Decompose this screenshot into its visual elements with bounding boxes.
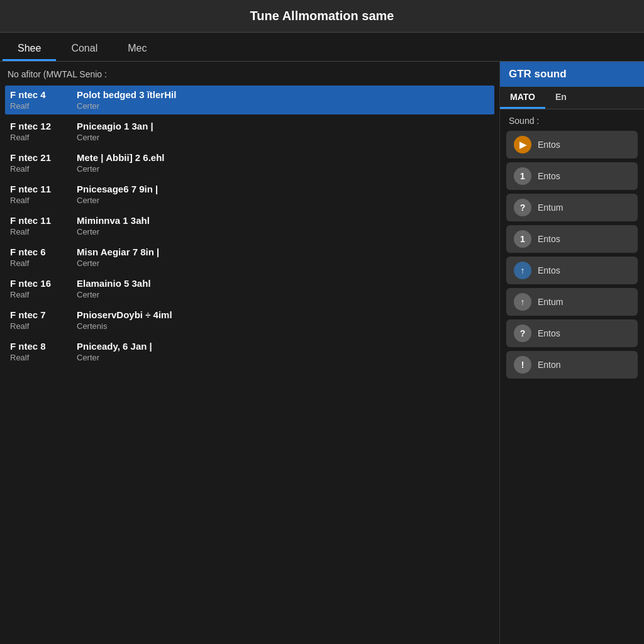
sound-label: Sound :	[500, 109, 644, 131]
item-sub-left: Realf	[10, 353, 67, 362]
item-title: Misn Aegiar 7 8in |	[77, 247, 159, 257]
item-sub-right: Certer	[77, 164, 99, 174]
list-item[interactable]: F ntec 11 Miminnva 1 3ahl Realf Certer	[5, 211, 494, 240]
sound-btn-label: Entos	[538, 328, 560, 338]
right-panel-tabs: MATO En	[500, 87, 644, 109]
list-item[interactable]: F ntec 12 Pniceagio 1 3an | Realf Certer	[5, 117, 494, 146]
tab-conal[interactable]: Conal	[56, 38, 113, 61]
sound-icon: 1	[514, 167, 531, 185]
item-sub-left: Realf	[10, 133, 67, 142]
item-title: Pniceady, 6 Jan |	[77, 341, 152, 352]
sound-icon: ?	[514, 325, 531, 342]
section-label: No afitor (MWTAL Senio :	[5, 69, 494, 79]
list-container: F ntec 4 Polot bedged 3 ĭtlerHil Realf C…	[5, 86, 494, 366]
item-id: F ntec 11	[10, 215, 67, 226]
sound-icon: ↑	[514, 262, 531, 279]
app-title: Tune Allmomation same	[0, 0, 644, 33]
sound-button[interactable]: ↑ Entos	[506, 257, 638, 284]
right-panel-title: GTR sound	[500, 62, 644, 87]
sound-icon: ↑	[514, 293, 531, 311]
item-sub-right: Certer	[77, 101, 99, 111]
tab-mec[interactable]: Mec	[113, 38, 162, 61]
item-title: Elamainio 5 3ahl	[77, 278, 151, 289]
sound-button[interactable]: ? Entum	[506, 194, 638, 221]
title-text: Tune Allmomation same	[250, 9, 394, 23]
right-tab-en[interactable]: En	[545, 87, 577, 109]
sound-button[interactable]: ? Entos	[506, 319, 638, 347]
main-tabs: Shee Conal Mec	[0, 33, 644, 62]
list-item[interactable]: F ntec 7 PnioservDoybi ÷ 4iml Realf Cert…	[5, 306, 494, 335]
sound-btn-label: Entos	[538, 140, 560, 150]
item-sub-left: Realf	[10, 227, 67, 236]
sound-btn-label: Entos	[538, 171, 560, 181]
sound-icon: 1	[514, 230, 531, 248]
sound-btn-label: Entos	[538, 234, 560, 244]
sound-button[interactable]: ↑ Entum	[506, 288, 638, 316]
item-sub-left: Realf	[10, 196, 67, 205]
list-item[interactable]: F ntec 11 Pnicesage6 7 9in | Realf Certe…	[5, 180, 494, 209]
item-title: Miminnva 1 3ahl	[77, 215, 150, 226]
sound-btn-label: Entos	[538, 265, 560, 275]
item-sub-right: Certer	[77, 133, 99, 142]
sound-icon: !	[514, 356, 531, 374]
list-item[interactable]: F ntec 16 Elamainio 5 3ahl Realf Certer	[5, 274, 494, 303]
item-sub-right: Certenis	[77, 321, 107, 331]
sound-button[interactable]: 1 Entos	[506, 225, 638, 253]
sound-btn-label: Entum	[538, 203, 563, 213]
item-id: F ntec 8	[10, 341, 67, 352]
list-item[interactable]: F ntec 6 Misn Aegiar 7 8in | Realf Certe…	[5, 243, 494, 272]
tab-shee[interactable]: Shee	[3, 38, 56, 61]
right-panel: GTR sound MATO En Sound : ▶ Entos 1 Ento…	[499, 62, 644, 644]
sound-icon: ▶	[514, 136, 531, 153]
item-id: F ntec 7	[10, 309, 67, 320]
sound-button[interactable]: ! Enton	[506, 351, 638, 379]
left-panel: No afitor (MWTAL Senio : F ntec 4 Polot …	[0, 62, 499, 644]
list-item[interactable]: F ntec 8 Pniceady, 6 Jan | Realf Certer	[5, 337, 494, 366]
sound-button[interactable]: 1 Entos	[506, 162, 638, 190]
item-id: F ntec 21	[10, 152, 67, 163]
item-id: F ntec 4	[10, 89, 67, 100]
item-sub-left: Realf	[10, 290, 67, 299]
sound-button[interactable]: ▶ Entos	[506, 131, 638, 158]
item-sub-right: Certer	[77, 227, 99, 236]
item-title: Mete | Abbii] 2 6.ehl	[77, 152, 165, 163]
sound-btn-label: Enton	[538, 360, 561, 370]
item-title: Pniceagio 1 3an |	[77, 121, 153, 131]
item-id: F ntec 11	[10, 184, 67, 194]
item-title: Polot bedged 3 ĭtlerHil	[77, 89, 176, 100]
item-sub-right: Certer	[77, 290, 99, 299]
item-sub-right: Certer	[77, 353, 99, 362]
item-sub-right: Certer	[77, 258, 99, 268]
item-sub-right: Certer	[77, 196, 99, 205]
list-item[interactable]: F ntec 4 Polot bedged 3 ĭtlerHil Realf C…	[5, 86, 494, 114]
sound-icon: ?	[514, 199, 531, 216]
item-id: F ntec 12	[10, 121, 67, 131]
item-title: Pnicesage6 7 9in |	[77, 184, 158, 194]
item-sub-left: Realf	[10, 258, 67, 268]
list-item[interactable]: F ntec 21 Mete | Abbii] 2 6.ehl Realf Ce…	[5, 148, 494, 177]
item-sub-left: Realf	[10, 321, 67, 331]
item-id: F ntec 16	[10, 278, 67, 289]
item-sub-left: Realf	[10, 164, 67, 174]
item-title: PnioservDoybi ÷ 4iml	[77, 309, 172, 320]
item-sub-left: Realf	[10, 101, 67, 111]
sound-btn-label: Entum	[538, 297, 563, 307]
right-tab-mato[interactable]: MATO	[500, 87, 545, 109]
main-layout: No afitor (MWTAL Senio : F ntec 4 Polot …	[0, 62, 644, 644]
item-id: F ntec 6	[10, 247, 67, 257]
sound-buttons-container: ▶ Entos 1 Entos ? Entum 1 Entos ↑ Entos …	[500, 131, 644, 379]
